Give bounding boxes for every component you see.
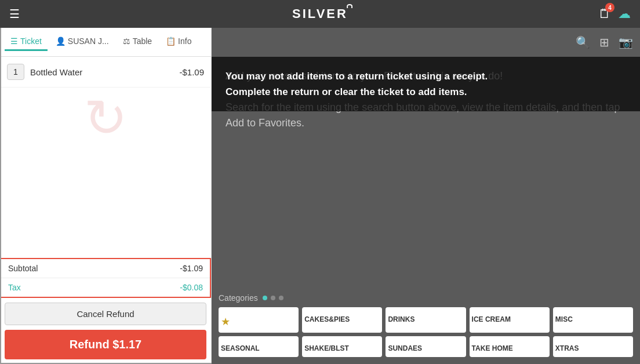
search-icon[interactable]: 🔍 [576,35,590,49]
return-arrow-icon: ↺ [84,88,128,148]
category-favorites[interactable]: ★ [219,307,299,333]
tab-user[interactable]: 👤 SUSAN J... [50,33,115,51]
tab-info-label: Info [178,37,191,46]
category-cakes-pies[interactable]: CAKES&PIES [302,307,382,333]
user-icon: 👤 [56,37,66,46]
item-price: -$1.09 [179,67,204,77]
warning-text: You may not add items to a return ticket… [226,68,626,100]
cancel-refund-button[interactable]: Cancel Refund [5,303,206,325]
category-xtras[interactable]: XTRAS [553,336,633,357]
bottom-buttons: Cancel Refund Refund $1.17 [0,298,211,364]
tab-ticket-label: Ticket [20,37,42,46]
refund-button[interactable]: Refund $1.17 [5,330,206,359]
category-take-home[interactable]: TAKE HOME [470,336,550,357]
header-right: 🗒 4 ☁ [598,6,631,21]
category-row-2: SEASONAL SHAKE/BLST SUNDAES TAKE HOME [219,336,633,357]
tax-row: Tax -$0.08 [1,278,210,297]
left-panel: ☰ Ticket 👤 SUSAN J... ⚖ Table 📋 Info 1 B… [0,28,212,364]
category-cakes-pies-label: CAKES&PIES [302,311,352,328]
warning-line2: Complete the return or clear the ticket … [226,86,467,97]
dot-1 [263,296,267,300]
dot-2 [271,296,275,300]
category-seasonal-label: SEASONAL [219,340,262,357]
category-seasonal[interactable]: SEASONAL [219,336,299,357]
category-drinks-label: DRINKS [386,311,417,328]
ticket-icon: ☰ [10,37,18,46]
app-title: SILVER [292,6,348,21]
camera-icon[interactable]: 📷 [619,35,633,49]
header: ☰ SILVER 🗒 4 ☁ [0,0,640,28]
notification-badge: 4 [605,3,614,12]
category-sundaes-label: SUNDAES [386,340,424,357]
right-toolbar: 🔍 ⊞ 📷 [212,28,640,57]
warning-line1: You may not add items to a return ticket… [226,71,488,82]
tax-label: Tax [8,283,21,292]
hamburger-icon[interactable]: ☰ [9,7,20,21]
dot-3 [279,296,283,300]
subtotal-value: -$1.09 [180,264,203,273]
category-sundaes[interactable]: SUNDAES [386,336,466,357]
category-misc[interactable]: MISC [553,307,633,333]
category-row-1: ★ CAKES&PIES DRINKS ICE CREAM [219,307,633,333]
tab-bar: ☰ Ticket 👤 SUSAN J... ⚖ Table 📋 Info [0,28,211,57]
table-icon: ⚖ [123,37,130,46]
category-ice-cream[interactable]: ICE CREAM [470,307,550,333]
tab-table[interactable]: ⚖ Table [117,33,158,51]
category-misc-label: MISC [553,311,575,328]
warning-overlay: You may not add items to a return ticket… [212,57,640,111]
grid-icon[interactable]: ⊞ [599,35,609,49]
category-shake-blst-label: SHAKE/BLST [302,340,351,357]
categories-dots [263,296,283,300]
return-arrow-area: ↺ [0,88,211,148]
subtotal-label: Subtotal [8,264,38,273]
tax-value: -$0.08 [180,283,203,292]
notification-button[interactable]: 🗒 4 [598,6,611,21]
item-name: Bottled Water [30,67,179,77]
category-shake-blst[interactable]: SHAKE/BLST [302,336,382,357]
tab-table-label: Table [133,37,152,46]
right-panel: 🔍 ⊞ 📷 Add your most used items to your F… [212,28,640,364]
category-drinks[interactable]: DRINKS [386,307,466,333]
tab-user-label: SUSAN J... [68,37,109,46]
category-grid: ★ CAKES&PIES DRINKS ICE CREAM [219,307,633,357]
categories-label: Categories [219,293,258,303]
category-take-home-label: TAKE HOME [470,340,515,357]
subtotal-row: Subtotal -$1.09 [1,259,210,278]
tab-info[interactable]: 📋 Info [160,33,197,51]
ticket-content: 1 Bottled Water -$1.09 ↺ [0,57,211,258]
info-icon: 📋 [166,37,176,46]
category-ice-cream-label: ICE CREAM [470,311,513,328]
main-container: ☰ Ticket 👤 SUSAN J... ⚖ Table 📋 Info 1 B… [0,28,640,364]
star-icon: ★ [219,311,232,333]
categories-header: Categories [219,293,633,303]
cloud-icon[interactable]: ☁ [618,6,631,21]
silver-logo: SILVER [292,6,348,21]
totals-section: Subtotal -$1.09 Tax -$0.08 [0,258,211,298]
categories-section: Categories ★ CAKES&PIES [212,289,640,364]
tab-ticket[interactable]: ☰ Ticket [5,33,48,51]
item-qty: 1 [7,64,24,80]
category-xtras-label: XTRAS [553,340,581,357]
ticket-item-row[interactable]: 1 Bottled Water -$1.09 [0,57,211,88]
